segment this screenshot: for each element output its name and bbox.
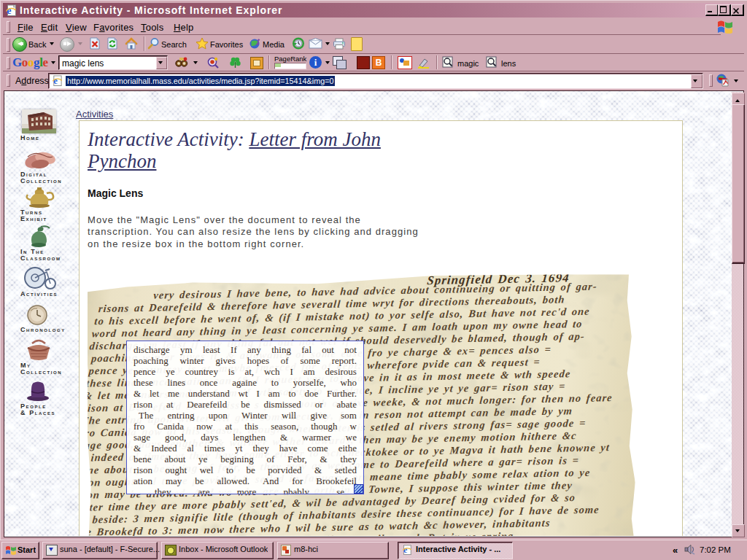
svg-text:e: e: [53, 76, 58, 86]
svg-text:e: e: [403, 545, 407, 555]
svg-text:e: e: [7, 5, 11, 16]
